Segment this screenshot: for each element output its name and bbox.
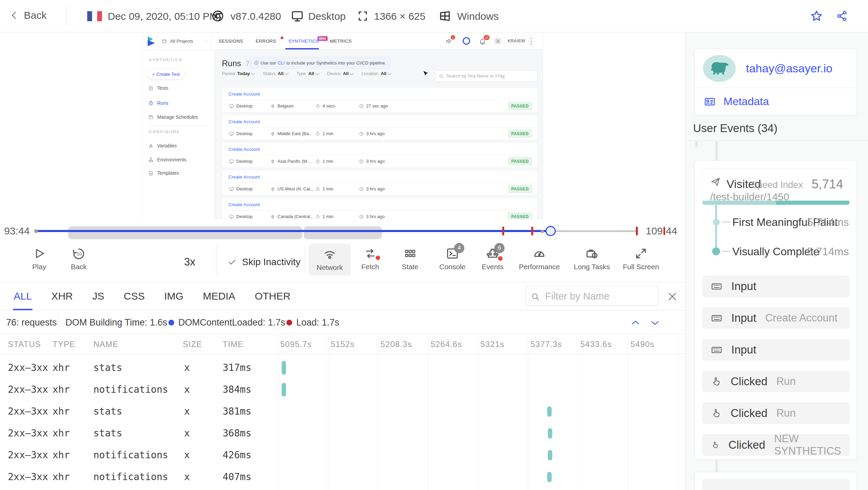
event-item-input[interactable]: Input	[702, 339, 850, 360]
performance-panel-button[interactable]: Performance	[518, 246, 560, 271]
filter-type[interactable]: TypeAll	[296, 71, 318, 76]
chrome-icon	[211, 10, 224, 23]
tab-js[interactable]: JS	[92, 282, 104, 310]
jump-previous-icon[interactable]	[630, 317, 641, 328]
table-row[interactable]: 2xx–3xx xhr notifications x 426ms	[0, 444, 685, 466]
col-size[interactable]: SIZE	[183, 334, 202, 354]
total-time: 10944	[646, 219, 677, 242]
event-label: Input	[731, 280, 756, 293]
create-test-button[interactable]: + Create Test	[147, 69, 185, 80]
jump-next-icon[interactable]	[649, 317, 660, 328]
timeline-progress[interactable]	[36, 230, 551, 232]
play-button[interactable]: Play	[27, 246, 51, 271]
metadata-button[interactable]: Metadata	[704, 88, 769, 115]
col-name[interactable]: NAME	[93, 334, 118, 354]
table-row[interactable]: 2xx–3xx xhr notifications x 407ms	[0, 466, 685, 488]
sidebar-item-manage-schedules[interactable]: Manage Schedules	[148, 113, 198, 121]
test-name-link[interactable]: Create Account	[222, 115, 537, 128]
run-time-ago: 3 hrs ago	[366, 159, 385, 164]
error-event-marker[interactable]	[636, 227, 638, 235]
test-name-link[interactable]: Create Account	[222, 198, 537, 211]
divider	[66, 6, 66, 27]
tab-css[interactable]: CSS	[124, 282, 145, 310]
table-row[interactable]: 2xx–3xx xhr stats x 317ms	[0, 357, 685, 379]
col-type[interactable]: TYPE	[53, 334, 75, 354]
table-row[interactable]: 2xx–3xx xhr notifications x 384ms	[0, 379, 685, 401]
playback-speed-button[interactable]: 3x	[184, 242, 195, 282]
long-tasks-panel-button[interactable]: Long Tasks	[573, 246, 611, 271]
event-item-click[interactable]: Clicked Run	[702, 371, 850, 392]
fetch-panel-button[interactable]: Fetch	[357, 246, 384, 271]
event-label: Clicked	[731, 375, 767, 388]
sidebar-item-variables[interactable]: Variables	[148, 142, 177, 149]
playhead-knob[interactable]	[545, 226, 556, 236]
test-name-link[interactable]: Create Account	[222, 143, 537, 155]
run-card[interactable]: Create Account Desktop Asia Pacific (M..…	[222, 143, 537, 168]
test-search-box[interactable]: Search by Test Name or #Tag	[435, 70, 538, 82]
test-name-link[interactable]: Create Account	[222, 88, 537, 100]
col-time[interactable]: TIME	[223, 334, 243, 354]
tab-xhr[interactable]: XHR	[51, 282, 73, 310]
sidebar-item-runs[interactable]: Runs	[148, 99, 168, 107]
sidebar-item-templates[interactable]: Templates	[148, 169, 179, 177]
tab-media[interactable]: MEDIA	[203, 282, 235, 310]
table-row[interactable]: 2xx–3xx xhr stats x 368ms	[0, 422, 685, 444]
share-icon[interactable]	[836, 10, 848, 22]
back-10s-button[interactable]: 10 Back	[67, 246, 91, 271]
project-selector[interactable]: All Projects	[158, 32, 212, 50]
tab-img[interactable]: IMG	[164, 282, 183, 310]
error-event-marker[interactable]	[502, 227, 504, 235]
back-button[interactable]: Back	[10, 10, 47, 21]
settings-gear-icon[interactable]	[494, 38, 502, 45]
event-item-partial[interactable]	[702, 479, 850, 490]
fullscreen-button[interactable]: Full Screen	[622, 246, 660, 271]
tab-metrics[interactable]: METRICS	[330, 32, 352, 50]
event-item-click[interactable]: Clicked Run	[702, 403, 850, 424]
time-col-label: 5490s	[630, 334, 654, 354]
monitor-icon	[229, 131, 234, 136]
tab-synthetics[interactable]: SYNTHETICS	[288, 32, 319, 50]
tab-other[interactable]: OTHER	[255, 282, 290, 310]
run-card[interactable]: Create Account Desktop Middle East (Ba..…	[222, 115, 537, 140]
filter-location[interactable]: LocationAll	[362, 71, 391, 76]
timeline-remaining-track[interactable]	[551, 230, 637, 232]
event-item-click[interactable]: Clicked NEW SYNTHETICS	[702, 434, 850, 456]
network-panel-button[interactable]: Network	[309, 244, 351, 276]
test-name-link[interactable]: Create Account	[222, 171, 537, 183]
runs-icon	[148, 101, 153, 106]
filter-device[interactable]: DeviceAll	[327, 71, 353, 76]
col-status[interactable]: STATUS	[8, 334, 41, 354]
events-panel-button[interactable]: 6 Events	[477, 246, 508, 271]
filter-input-field[interactable]	[544, 290, 653, 302]
project-name: All Projects	[170, 39, 193, 44]
replayed-application: All Projects SESSIONS ERRORS SYNTHETICS …	[143, 32, 543, 219]
user-events-title: User Events (34)	[693, 122, 778, 135]
tab-errors[interactable]: ERRORS	[256, 32, 276, 50]
cli-link[interactable]: CLI	[278, 60, 285, 66]
user-menu[interactable]: KRAIEM	[508, 32, 525, 50]
tab-all[interactable]: ALL	[14, 282, 32, 310]
cell-name: stats	[93, 422, 122, 444]
favorite-star-icon[interactable]	[810, 10, 823, 23]
replayed-content: Runs 76 Use our CLI to include your Synt…	[215, 50, 543, 219]
event-item-input[interactable]: Input Create Account	[702, 307, 850, 329]
tab-sessions[interactable]: SESSIONS	[219, 32, 243, 50]
run-card[interactable]: Create Account Desktop Canada (Central..…	[222, 198, 537, 219]
skip-inactivity-toggle[interactable]: Skip Inactivity	[228, 242, 300, 282]
console-panel-button[interactable]: 4 Console	[437, 246, 468, 271]
user-email-link[interactable]: tahay@asayer.io	[746, 49, 833, 88]
more-menu-icon[interactable]	[530, 38, 532, 45]
filter-status[interactable]: StatusAll	[263, 71, 287, 76]
run-card[interactable]: Create Account Desktop US West (N. Cal..…	[222, 171, 537, 195]
error-event-marker[interactable]	[531, 227, 533, 235]
visited-event-card[interactable]: Visited Speed Index 5,714 /test-builder/…	[702, 168, 850, 205]
filter-period[interactable]: PeriodToday	[222, 71, 254, 76]
state-panel-button[interactable]: State	[396, 246, 424, 271]
sidebar-item-environments[interactable]: Environments	[148, 156, 186, 163]
run-card[interactable]: Create Account Desktop Belgium 4 secs 27…	[222, 88, 537, 112]
sidebar-item-tests[interactable]: Tests	[148, 84, 168, 92]
event-item-input[interactable]: Input	[702, 276, 850, 297]
filter-by-name-input[interactable]	[525, 287, 659, 306]
table-row[interactable]: 2xx–3xx xhr stats x 381ms	[0, 401, 685, 422]
close-panel-icon[interactable]	[667, 291, 678, 302]
